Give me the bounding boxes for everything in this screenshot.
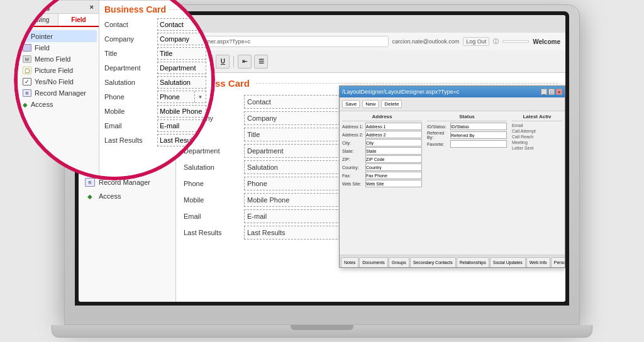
crm-title-bar: /LayoutDesigner/LayoutDesigner.aspx?Type…: [340, 86, 565, 97]
log-out-button[interactable]: Log Out: [463, 37, 489, 46]
crm-tab-documents[interactable]: Documents: [359, 257, 387, 267]
favorite-label: Favorite:: [427, 142, 450, 146]
circle-label-lastresults: Last Results: [104, 134, 155, 146]
addr2-input[interactable]: [365, 131, 422, 138]
crm-favorite-row: Favorite:: [427, 140, 507, 148]
crm-latest-col: Latest Activ Email Call Attempt Call Rea…: [512, 114, 562, 188]
circle-picture-label: Picture Field: [35, 67, 73, 74]
addr2-label: Address 2:: [342, 133, 365, 137]
align-left-btn[interactable]: ⇤: [238, 55, 252, 69]
idstatus-input[interactable]: [450, 123, 507, 130]
web-input[interactable]: [365, 180, 422, 187]
fax-input[interactable]: [365, 172, 422, 179]
circle-label-contact: Contact: [104, 18, 155, 31]
circle-field-mobile: Mobile Phone: [157, 105, 206, 118]
circle-field-dept: Department: [157, 62, 206, 74]
circle-left-panel: Drawing × Drawing Field ▶ Pointer: [18, 1, 99, 177]
crm-tab-webinfo[interactable]: Web Info: [526, 257, 550, 267]
circle-field-title: Title: [157, 47, 206, 60]
crm-tab-personal[interactable]: Personal Info: [551, 257, 565, 267]
form-designer: Business Card Contact Contact Company Co…: [176, 73, 565, 302]
circle-close-x: ×: [90, 3, 94, 11]
circle-form-title: Business Card: [104, 4, 166, 14]
addr1-label: Address 1:: [342, 124, 365, 129]
laptop-base: [52, 325, 592, 338]
zip-input[interactable]: [365, 155, 422, 163]
circle-field-salutation: Salutation: [157, 76, 206, 89]
label-salutation: Salutation: [184, 160, 240, 174]
crm-zip-row: ZIP:: [342, 155, 422, 163]
info-icon: ⓘ: [493, 38, 499, 46]
crm-body: Address Address 1: Address 2:: [340, 111, 565, 255]
crm-tab-secondary[interactable]: Secondary Contacts: [410, 257, 456, 267]
crm-status-header: Status: [427, 114, 507, 121]
latest-letter-sent: Letter Sent: [512, 145, 562, 151]
state-input[interactable]: [365, 147, 422, 155]
city-label: City:: [342, 141, 365, 145]
fax-label: Fax:: [342, 174, 365, 178]
label-department: Department: [184, 144, 240, 158]
crm-save-btn[interactable]: Save: [342, 100, 360, 108]
label-last-results: Last Results: [184, 226, 240, 240]
circle-tab-field: Field: [58, 14, 99, 26]
circle-label-dept: Department: [104, 62, 155, 74]
circle-field-list: ▶ Pointer Field M Memo Field ▢: [18, 27, 99, 113]
crm-maximize-btn[interactable]: □: [548, 89, 555, 95]
crm-delete-btn[interactable]: Delete: [381, 100, 402, 108]
crm-close-btn[interactable]: ×: [556, 89, 562, 95]
circle-field-icon: [23, 44, 31, 52]
record-icon: R: [85, 178, 95, 187]
laptop-hinge: [291, 325, 353, 330]
circle-record-icon: R: [23, 89, 31, 97]
circle-record-label: Record Manager: [35, 89, 86, 97]
form-dotted-line: [256, 83, 558, 84]
city-input[interactable]: [365, 139, 422, 146]
circle-label-email: Email: [104, 119, 155, 132]
crm-new-btn[interactable]: New: [362, 100, 379, 108]
crm-tab-social[interactable]: Social Updates: [490, 257, 526, 267]
crm-tab-relationships[interactable]: Relationships: [457, 257, 489, 267]
circle-picture-icon: ▢: [23, 67, 31, 74]
favorite-input[interactable]: [450, 140, 507, 148]
circle-field-company: Company: [157, 33, 206, 45]
circle-field-email: E-mail: [157, 119, 206, 132]
circle-drawing-label: Drawing: [23, 3, 50, 11]
circle-yesno-label: Yes/No Field: [35, 78, 74, 86]
latest-call-reach: Call Reach: [512, 134, 562, 140]
circle-field: Field: [19, 42, 97, 53]
country-input[interactable]: [365, 163, 422, 171]
addr1-input[interactable]: [365, 123, 422, 130]
circle-picture: ▢ Picture Field: [19, 65, 97, 76]
field-item-access[interactable]: ◆ Access: [81, 189, 173, 203]
circle-phone-arrow: ▼: [194, 91, 206, 102]
circle-memo-label: Memo Field: [35, 55, 70, 63]
crm-city-row: City:: [342, 139, 422, 146]
search-box[interactable]: [502, 40, 529, 43]
underline-btn[interactable]: U: [216, 55, 230, 69]
circle-field-phone: Phone ▼: [157, 91, 206, 103]
circle-label-salutation: Salutation: [104, 76, 155, 89]
crm-minimize-btn[interactable]: _: [541, 89, 547, 95]
welcome-text: Welcome: [533, 38, 560, 45]
browser-right: carcion.nate@outlook.com Log Out ⓘ Welco…: [392, 37, 560, 46]
crm-columns: Address Address 1: Address 2:: [342, 114, 562, 188]
crm-tab-groups[interactable]: Groups: [389, 257, 409, 267]
crm-window-title: /LayoutDesigner/LayoutDesigner.aspx?Type…: [342, 89, 459, 95]
circle-label-title: Title: [104, 47, 155, 60]
referred-input[interactable]: [450, 131, 507, 139]
circle-field-label: Field: [35, 44, 50, 52]
circle-label-company: Company: [104, 33, 155, 45]
crm-tab-notes[interactable]: Notes: [341, 257, 358, 267]
crm-address-col: Address Address 1: Address 2:: [342, 114, 422, 188]
circle-inner: Format Help A B I U ⇤ ☰ Drawing: [18, 0, 211, 177]
crm-country-row: Country:: [342, 163, 422, 171]
crm-status-col: Status ID/Status: Referred By:: [427, 114, 507, 188]
latest-email: Email: [512, 123, 562, 128]
crm-overlay-window: /LayoutDesigner/LayoutDesigner.aspx?Type…: [339, 86, 565, 268]
crm-idstatus-row: ID/Status:: [427, 123, 507, 130]
circle-pointer-label: Pointer: [31, 33, 53, 40]
label-email: Email: [184, 209, 240, 223]
align-center-btn[interactable]: ☰: [254, 55, 268, 69]
circle-access-icon: ◆: [23, 101, 28, 108]
circle-panel-title: Drawing ×: [18, 1, 99, 14]
